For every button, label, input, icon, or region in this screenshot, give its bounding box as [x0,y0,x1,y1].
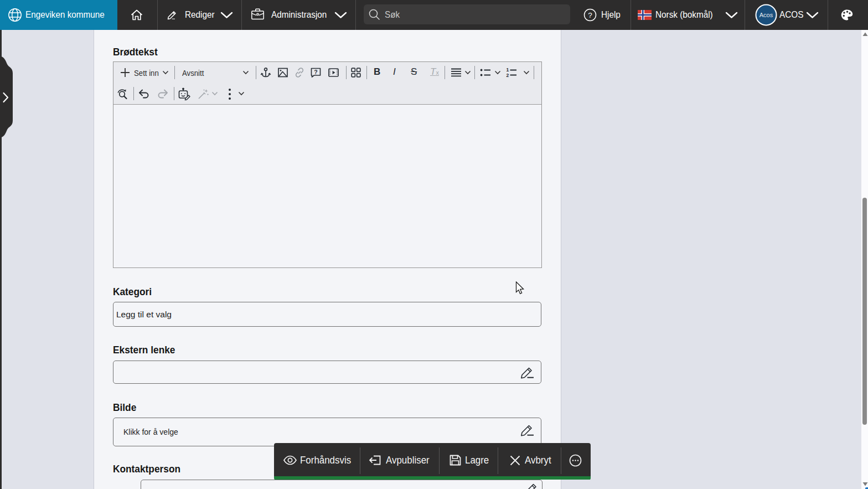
svg-text:?: ? [314,69,317,75]
svg-text:Acos: Acos [760,12,773,18]
svg-text:?: ? [588,11,592,19]
svg-text:2: 2 [507,73,509,78]
svg-text:1: 1 [507,68,509,73]
